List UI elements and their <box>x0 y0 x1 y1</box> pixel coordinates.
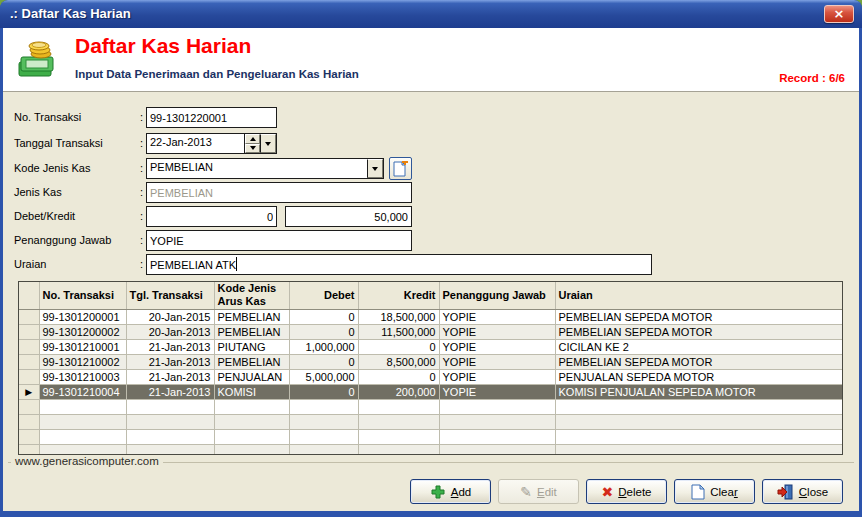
window-content: Daftar Kas Harian Input Data Penerimaan … <box>3 28 859 511</box>
row-selector-cell[interactable] <box>19 369 39 384</box>
empty-row <box>19 399 842 414</box>
cell-kredit: 11,500,000 <box>358 324 439 339</box>
no-transaksi-input[interactable] <box>146 107 277 128</box>
penanggung-jawab-input[interactable] <box>146 230 412 251</box>
colon: : <box>140 111 143 123</box>
new-record-icon <box>393 161 408 177</box>
table-row[interactable]: 99-1301210001 21-Jan-2013 PIUTANG 1,000,… <box>19 339 842 354</box>
label-no-transaksi: No. Transaksi <box>14 111 136 123</box>
label-jenis-kas: Jenis Kas <box>14 186 136 198</box>
cell-debet: 0 <box>289 384 358 399</box>
colon: : <box>140 137 143 149</box>
date-dropdown-button[interactable] <box>260 134 276 153</box>
table-row[interactable]: 99-1301200001 20-Jan-2015 PEMBELIAN 0 18… <box>19 309 842 324</box>
tanggal-value: 22-Jan-2013 <box>147 134 244 153</box>
empty-row <box>19 444 842 455</box>
money-icon <box>15 36 63 86</box>
footer-website: www.generasicomputer.com <box>11 455 163 467</box>
tanggal-date-picker[interactable]: 22-Jan-2013 <box>146 133 277 154</box>
cell-kredit: 8,500,000 <box>358 354 439 369</box>
cell-penanggung: YOPIE <box>439 339 555 354</box>
dropdown-arrow-icon <box>265 142 271 146</box>
colon: : <box>140 234 143 246</box>
spin-up-icon <box>250 137 256 141</box>
cell-penanggung: YOPIE <box>439 309 555 324</box>
cell-no-transaksi: 99-1301210004 <box>39 384 126 399</box>
table-row[interactable]: 99-1301210002 21-Jan-2013 PEMBELIAN 0 8,… <box>19 354 842 369</box>
close-door-icon <box>777 484 794 500</box>
add-button[interactable]: Add <box>410 479 491 504</box>
edit-icon: ✎ <box>520 484 532 500</box>
cell-uraian: PEMBELIAN SEPEDA MOTOR <box>555 309 842 324</box>
cell-penanggung: YOPIE <box>439 384 555 399</box>
cell-tgl-transaksi: 21-Jan-2013 <box>126 384 214 399</box>
date-spin-up-button[interactable] <box>245 134 260 144</box>
cell-tgl-transaksi: 20-Jan-2013 <box>126 324 214 339</box>
uraian-input[interactable] <box>146 254 652 275</box>
cell-tgl-transaksi: 21-Jan-2013 <box>126 354 214 369</box>
row-selector-cell <box>19 399 39 414</box>
header: Daftar Kas Harian Input Data Penerimaan … <box>3 28 859 92</box>
row-selector-cell <box>19 444 39 455</box>
close-window-button[interactable]: Close <box>762 479 843 504</box>
delete-button[interactable]: ✖ Delete <box>586 479 667 504</box>
table-row[interactable]: 99-1301200002 20-Jan-2013 PEMBELIAN 0 11… <box>19 324 842 339</box>
label-tanggal-transaksi: Tanggal Transaksi <box>14 137 136 149</box>
grid-header-row: No. Transaksi Tgl. Transaksi Kode Jenis … <box>19 282 842 309</box>
colon: : <box>140 210 143 222</box>
cell-tgl-transaksi: 20-Jan-2015 <box>126 309 214 324</box>
column-header-debet: Debet <box>289 282 358 309</box>
delete-icon: ✖ <box>602 484 614 500</box>
kredit-input[interactable] <box>285 206 412 227</box>
text-caret <box>236 257 237 271</box>
cell-debet: 5,000,000 <box>289 369 358 384</box>
spin-down-icon <box>250 146 256 150</box>
label-penanggung-jawab: Penanggung Jawab <box>14 234 136 246</box>
kode-jenis-kas-combobox[interactable]: PEMBELIAN <box>146 158 384 179</box>
empty-row <box>19 414 842 429</box>
cell-uraian: PEMBELIAN SEPEDA MOTOR <box>555 354 842 369</box>
record-counter: Record : 6/6 <box>779 72 845 84</box>
cell-penanggung: YOPIE <box>439 354 555 369</box>
cell-kredit: 0 <box>358 369 439 384</box>
cell-no-transaksi: 99-1301200002 <box>39 324 126 339</box>
column-header-selector <box>19 282 39 309</box>
debet-input[interactable] <box>146 206 277 227</box>
new-kode-jenis-button[interactable] <box>389 157 412 180</box>
table-row[interactable]: 99-1301210003 21-Jan-2013 PENJUALAN 5,00… <box>19 369 842 384</box>
close-icon: × <box>834 6 845 21</box>
cell-uraian: KOMISI PENJUALAN SEPEDA MOTOR <box>555 384 842 399</box>
column-header-no-transaksi: No. Transaksi <box>39 282 126 309</box>
titlebar[interactable]: .: Daftar Kas Harian × <box>0 0 862 28</box>
row-selector-cell <box>19 414 39 429</box>
column-header-tgl-transaksi: Tgl. Transaksi <box>126 282 214 309</box>
row-selector-cell[interactable] <box>19 354 39 369</box>
edit-button: ✎ Edit <box>498 479 579 504</box>
app-window: .: Daftar Kas Harian × Daftar Kas Harian… <box>0 0 862 517</box>
date-spin-down-button[interactable] <box>245 144 260 154</box>
colon: : <box>140 186 143 198</box>
row-selector-cell[interactable] <box>19 309 39 324</box>
clear-button[interactable]: Clear <box>674 479 755 504</box>
page-title: Daftar Kas Harian <box>75 34 251 58</box>
jenis-kas-input <box>146 182 412 203</box>
row-selector-cell[interactable] <box>19 339 39 354</box>
cell-kredit: 200,000 <box>358 384 439 399</box>
cell-kredit: 0 <box>358 339 439 354</box>
cell-debet: 0 <box>289 354 358 369</box>
table-row-selected[interactable]: ▶ 99-1301210004 21-Jan-2013 KOMISI 0 200… <box>19 384 842 399</box>
close-button[interactable]: × <box>824 5 854 23</box>
cell-no-transaksi: 99-1301210001 <box>39 339 126 354</box>
combo-dropdown-button[interactable] <box>367 159 383 178</box>
row-selector-cell[interactable]: ▶ <box>19 384 39 399</box>
cell-kode-jenis: PEMBELIAN <box>214 354 289 369</box>
cell-uraian: PEMBELIAN SEPEDA MOTOR <box>555 324 842 339</box>
empty-row <box>19 429 842 444</box>
cell-no-transaksi: 99-1301210003 <box>39 369 126 384</box>
cell-no-transaksi: 99-1301200001 <box>39 309 126 324</box>
colon: : <box>140 162 143 174</box>
cell-penanggung: YOPIE <box>439 369 555 384</box>
clear-icon <box>691 484 705 500</box>
transactions-grid: No. Transaksi Tgl. Transaksi Kode Jenis … <box>18 281 843 455</box>
row-selector-cell[interactable] <box>19 324 39 339</box>
